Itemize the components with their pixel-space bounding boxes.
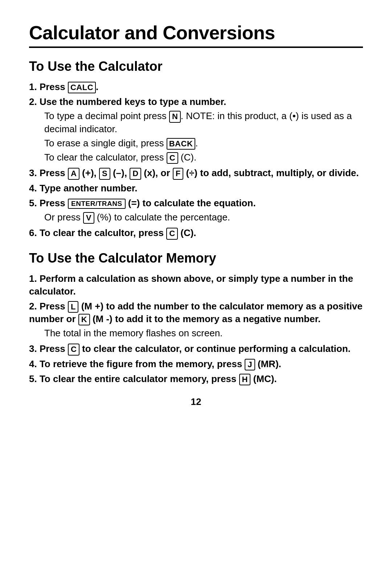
c-key-2: C: [166, 228, 178, 239]
section2-title: To Use the Calculator Memory: [29, 251, 363, 266]
c-key-1: C: [167, 152, 178, 164]
f-key: F: [173, 168, 183, 179]
back-key: BACK: [167, 138, 196, 150]
page-number: 12: [29, 396, 363, 407]
c-key-3: C: [68, 344, 79, 355]
mem-step-5: 5. To clear the entire calculator memory…: [29, 373, 363, 385]
mem-step2-sub: The total in the memory flashes on scree…: [29, 327, 363, 340]
step5-sub: Or press V (%) to calculate the percenta…: [29, 211, 363, 224]
step1-text-after: .: [96, 81, 98, 92]
step2-sub2: To erase a single digit, press BACK.: [44, 137, 363, 150]
n-key: N: [169, 111, 181, 122]
memory-instructions: 1. Perform a calculation as shown above,…: [29, 272, 363, 386]
step2-sub: To type a decimal point press N. NOTE: i…: [29, 110, 363, 164]
mem-step-2: 2. Press L (M +) to add the number to th…: [29, 300, 363, 326]
k-key: K: [78, 314, 90, 325]
d-key: D: [130, 168, 141, 179]
calc-step-4: 4. Type another number.: [29, 182, 363, 195]
calc-step-3: 3. Press A (+), S (–), D (x), or F (÷) t…: [29, 167, 363, 179]
calc-instructions: 1. Press CALC. 2. Use the numbered keys …: [29, 81, 363, 240]
h-key: H: [239, 374, 251, 385]
j-key: J: [245, 359, 255, 370]
calc-step-2: 2. Use the numbered keys to type a numbe…: [29, 96, 363, 108]
step5-sub1: Or press V (%) to calculate the percenta…: [44, 211, 363, 224]
step2-sub1: To type a decimal point press N. NOTE: i…: [44, 110, 363, 135]
step2-sub3: To clear the calculator, press C (C).: [44, 151, 363, 164]
title-divider: [29, 46, 363, 48]
calc-step-1: 1. Press CALC.: [29, 81, 363, 93]
enter-trans-key: ENTER/TRANS: [68, 199, 126, 209]
l-key: L: [68, 301, 78, 313]
mem-step-4: 4. To retrieve the figure from the memor…: [29, 358, 363, 370]
v-key: V: [83, 212, 94, 224]
mem-step2-sub1: The total in the memory flashes on scree…: [44, 327, 363, 340]
mem-step-3: 3. Press C to clear the calculator, or c…: [29, 342, 363, 355]
step1-text-before: 1. Press: [29, 81, 68, 92]
mem-step-1: 1. Perform a calculation as shown above,…: [29, 272, 363, 298]
calc-key: CALC: [68, 82, 96, 93]
s-key: S: [99, 168, 110, 179]
page-title: Calculator and Conversions: [29, 22, 363, 44]
calc-step-5: 5. Press ENTER/TRANS (=) to calculate th…: [29, 197, 363, 210]
a-key: A: [68, 168, 79, 179]
calc-step-6: 6. To clear the calcultor, press C (C).: [29, 227, 363, 239]
section1-title: To Use the Calculator: [29, 59, 363, 74]
